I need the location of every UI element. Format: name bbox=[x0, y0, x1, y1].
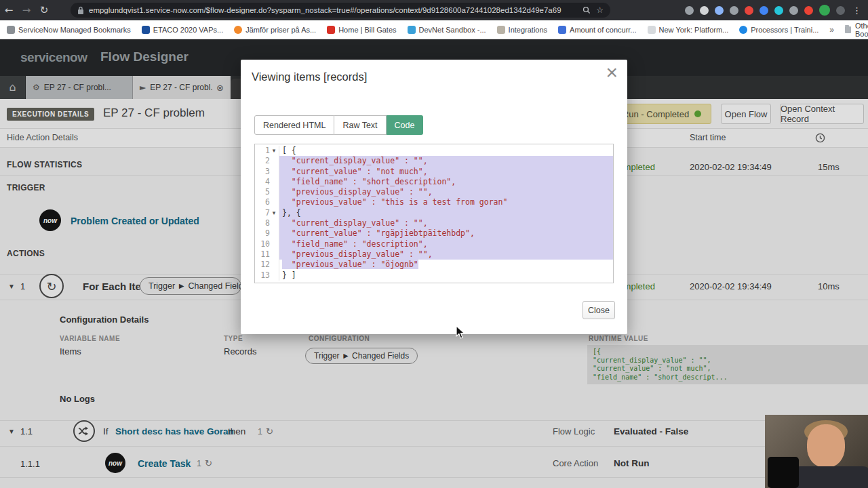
lock-icon bbox=[77, 6, 84, 15]
code-line: 9 "current_value" : "rgäpjiebtpäitehbdp"… bbox=[255, 228, 613, 239]
code-line: 7▾}, { bbox=[255, 208, 613, 218]
bookmark-item[interactable]: Amount of concurr... bbox=[558, 26, 636, 34]
line-number: 10 bbox=[255, 239, 270, 249]
presenter-microphone bbox=[768, 457, 799, 488]
extension-icon[interactable] bbox=[836, 6, 845, 15]
bookmark-item[interactable]: Jämför priser på As... bbox=[234, 26, 316, 34]
favicon bbox=[234, 26, 242, 34]
bookmarks-bar: ServiceNow Managed Bookmarks ETACO 2020 … bbox=[0, 20, 868, 39]
line-number: 8 bbox=[255, 218, 270, 228]
favicon bbox=[142, 26, 150, 34]
extension-icon[interactable] bbox=[715, 6, 724, 15]
forward-icon[interactable]: → bbox=[18, 4, 35, 16]
favicon bbox=[558, 26, 566, 34]
line-number: 9 bbox=[255, 228, 270, 239]
code-line: 6 "previous_value" : "this is a test fro… bbox=[255, 197, 613, 207]
bookmark-item[interactable]: ServiceNow Managed Bookmarks bbox=[7, 26, 131, 34]
folder-icon bbox=[845, 26, 851, 33]
favicon bbox=[327, 26, 335, 34]
bookmark-overflow-chevron[interactable]: » bbox=[829, 25, 834, 35]
bookmark-item[interactable]: DevNet Sandbox -... bbox=[408, 26, 486, 34]
line-number: 7 bbox=[255, 208, 270, 218]
mic-extension-icon[interactable] bbox=[700, 6, 709, 15]
extension-icon[interactable] bbox=[760, 6, 768, 15]
presenter-shirt bbox=[791, 466, 868, 488]
line-number: 6 bbox=[255, 197, 270, 207]
code-line: 8 "current_display_value" : "", bbox=[255, 218, 613, 228]
line-number: 5 bbox=[255, 187, 270, 197]
favicon bbox=[739, 26, 747, 34]
webcam-overlay bbox=[765, 415, 868, 488]
modal-close-button[interactable]: Close bbox=[583, 301, 615, 319]
line-number: 2 bbox=[255, 156, 270, 166]
code-line: 10 "field_name" : "description", bbox=[255, 239, 613, 249]
fold-icon[interactable]: ▾ bbox=[270, 146, 278, 156]
tab-rendered-html[interactable]: Rendered HTML bbox=[254, 115, 334, 135]
favicon bbox=[7, 26, 15, 34]
bookmark-item[interactable]: Processors | Traini... bbox=[739, 26, 818, 34]
favicon bbox=[648, 26, 656, 34]
code-line: 12 "previous_value" : "öjognb" bbox=[255, 260, 613, 270]
chrome-menu-icon[interactable]: ⋮ bbox=[851, 5, 863, 16]
extension-icon[interactable] bbox=[745, 6, 753, 15]
extension-icon[interactable] bbox=[804, 6, 813, 15]
back-icon[interactable]: ← bbox=[0, 4, 18, 16]
line-number: 12 bbox=[255, 260, 270, 270]
line-number: 1 bbox=[255, 146, 270, 156]
reload-icon[interactable]: ↻ bbox=[35, 4, 53, 16]
zoom-icon[interactable] bbox=[583, 6, 591, 14]
line-number: 4 bbox=[255, 177, 270, 187]
fold-icon[interactable]: ▾ bbox=[270, 208, 278, 218]
extension-icons: ⋮ bbox=[685, 0, 863, 20]
code-line: 1▾[ { bbox=[255, 146, 613, 156]
code-line: 4 "field_name" : "short_description", bbox=[255, 177, 613, 187]
tab-raw-text[interactable]: Raw Text bbox=[334, 115, 386, 135]
profile-avatar[interactable] bbox=[819, 5, 830, 16]
favicon bbox=[497, 26, 505, 34]
line-number: 13 bbox=[255, 270, 270, 281]
screen: ← → ↻ empglundqvist1.service-now.com/$fl… bbox=[0, 0, 868, 488]
other-bookmarks[interactable]: Other Bookmarks bbox=[845, 22, 868, 38]
bookmark-item[interactable]: Home | Bill Gates bbox=[327, 26, 396, 34]
modal-tabs: Rendered HTML Raw Text Code bbox=[254, 115, 423, 135]
favicon bbox=[408, 26, 416, 34]
bookmark-item[interactable]: Integrations bbox=[497, 26, 547, 34]
tab-code[interactable]: Code bbox=[387, 115, 424, 135]
code-line: 11 "previous_display_value" : "", bbox=[255, 249, 613, 260]
code-line: 2 "current_display_value" : "", bbox=[255, 156, 613, 166]
app-page: servicenow Flow Designer ⌂ ⚙ EP 27 - CF … bbox=[0, 39, 868, 488]
presenter-face bbox=[807, 424, 845, 468]
url-bar[interactable]: empglundqvist1.service-now.com/$flow-des… bbox=[71, 3, 610, 18]
line-number: 3 bbox=[255, 167, 270, 177]
url-text: empglundqvist1.service-now.com/$flow-des… bbox=[89, 6, 577, 14]
mouse-cursor bbox=[456, 325, 465, 342]
code-line: 5 "previous_display_value" : "", bbox=[255, 187, 613, 197]
viewing-items-modal: Viewing items [records] × Rendered HTML … bbox=[241, 60, 627, 334]
code-line: 3 "current_value" : "not much", bbox=[255, 167, 613, 177]
line-number: 11 bbox=[255, 249, 270, 260]
extension-icon[interactable] bbox=[730, 6, 738, 15]
modal-close-icon[interactable]: × bbox=[606, 62, 618, 83]
bookmark-item[interactable]: New York: Platform... bbox=[648, 26, 729, 34]
extension-icon[interactable] bbox=[789, 6, 798, 15]
browser-toolbar: ← → ↻ empglundqvist1.service-now.com/$fl… bbox=[0, 0, 868, 20]
bookmark-star-icon[interactable]: ☆ bbox=[596, 5, 604, 15]
bookmark-item[interactable]: ETACO 2020 VAPs... bbox=[142, 26, 224, 34]
code-line: 13} ] bbox=[255, 270, 613, 281]
pin-extension-icon[interactable] bbox=[685, 6, 694, 15]
modal-title: Viewing items [records] bbox=[252, 70, 367, 83]
extension-icon[interactable] bbox=[774, 6, 783, 15]
code-viewer[interactable]: 1▾[ { 2 "current_display_value" : "", 3 … bbox=[254, 144, 614, 283]
